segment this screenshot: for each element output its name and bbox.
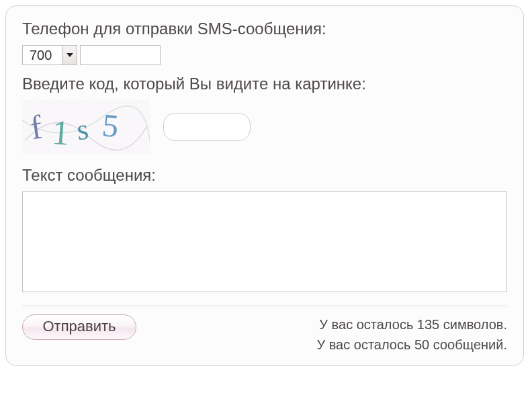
divider	[22, 306, 507, 306]
phone-number-input[interactable]	[80, 45, 161, 65]
chevron-down-icon	[62, 46, 77, 64]
messages-remaining: У вас осталось 50 сообщений.	[316, 335, 507, 355]
submit-button[interactable]: Отправить	[22, 314, 136, 340]
message-label: Текст сообщения:	[22, 166, 507, 185]
message-textarea[interactable]	[22, 191, 507, 292]
captcha-image: f 1 s 5	[22, 100, 150, 154]
svg-text:1: 1	[50, 113, 71, 152]
phone-prefix-select[interactable]: 700	[22, 45, 77, 65]
captcha-row: f 1 s 5	[22, 100, 507, 154]
phone-prefix-value: 700	[23, 48, 62, 63]
counters: У вас осталось 135 символов. У вас остал…	[316, 314, 507, 355]
captcha-input[interactable]	[163, 113, 251, 141]
phone-label: Телефон для отправки SMS-сообщения:	[22, 19, 507, 38]
footer-row: Отправить У вас осталось 135 символов. У…	[22, 314, 507, 355]
captcha-label: Введите код, который Вы видите на картин…	[22, 75, 507, 93]
phone-row: 700	[22, 45, 507, 65]
sms-form-panel: Телефон для отправки SMS-сообщения: 700 …	[5, 5, 524, 366]
chars-remaining: У вас осталось 135 символов.	[316, 314, 507, 335]
